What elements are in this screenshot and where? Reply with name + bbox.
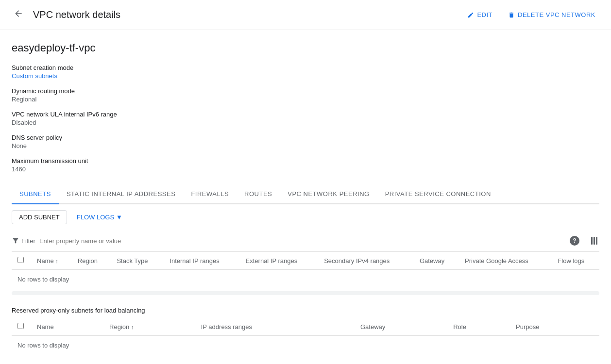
reserved-col-name: Name <box>31 318 103 336</box>
col-internal-ip-ranges: Internal IP ranges <box>164 252 239 270</box>
col-region: Region <box>72 252 111 270</box>
col-secondary-ipv4-ranges: Secondary IPv4 ranges <box>318 252 414 270</box>
reserved-col-gateway: Gateway <box>355 318 447 336</box>
select-all-checkbox[interactable] <box>17 257 24 263</box>
edit-button[interactable]: EDIT <box>463 8 496 21</box>
col-flow-logs: Flow logs <box>552 252 599 270</box>
sort-asc-icon: ↑ <box>55 258 58 264</box>
delete-vpc-button[interactable]: DELETE VPC NETWORK <box>504 8 599 21</box>
dynamic-routing-mode-label: Dynamic routing mode <box>12 87 599 95</box>
no-rows-row: No rows to display <box>12 270 599 289</box>
page-title: VPC network details <box>33 9 456 20</box>
subnets-table: Name ↑ Region Stack Type Internal IP ran… <box>12 252 599 289</box>
help-circle-icon: ? <box>570 236 579 246</box>
subnets-toolbar: ADD SUBNET FLOW LOGS ▼ <box>12 204 599 230</box>
subnet-creation-mode-label: Subnet creation mode <box>12 64 599 71</box>
mtu-label: Maximum transmission unit <box>12 157 599 165</box>
tab-bar: SUBNETS STATIC INTERNAL IP ADDRESSES FIR… <box>12 184 599 204</box>
mtu-section: Maximum transmission unit 1460 <box>12 157 599 173</box>
reserved-col-ip-ranges: IP address ranges <box>195 318 355 336</box>
ipv6-range-value: Disabled <box>12 119 599 126</box>
mtu-value: 1460 <box>12 165 599 173</box>
reserved-no-rows-text: No rows to display <box>12 336 599 355</box>
subnet-creation-mode-value[interactable]: Custom subnets <box>12 72 599 80</box>
select-all-header <box>12 252 31 270</box>
reserved-col-region[interactable]: Region ↑ <box>103 318 195 336</box>
tab-static-internal-ip[interactable]: STATIC INTERNAL IP ADDRESSES <box>59 184 183 204</box>
tab-firewalls[interactable]: FIREWALLS <box>183 184 237 204</box>
filter-row: Filter ? <box>12 230 599 252</box>
filter-label: Filter <box>21 237 35 245</box>
reserved-header-row: Name Region ↑ IP address ranges Gateway … <box>12 318 599 336</box>
columns-button[interactable] <box>589 235 599 247</box>
chevron-down-icon: ▼ <box>116 214 122 221</box>
col-stack-type: Stack Type <box>111 252 164 270</box>
header-actions: EDIT DELETE VPC NETWORK <box>463 8 599 21</box>
main-content: easydeploy-tf-vpc Subnet creation mode C… <box>0 30 611 355</box>
col-name[interactable]: Name ↑ <box>31 252 72 270</box>
reserved-col-role: Role <box>447 318 510 336</box>
tab-vpc-network-peering[interactable]: VPC NETWORK PEERING <box>280 184 377 204</box>
col-external-ip-ranges: External IP ranges <box>240 252 319 270</box>
dynamic-routing-mode-section: Dynamic routing mode Regional <box>12 87 599 103</box>
tab-subnets[interactable]: SUBNETS <box>12 184 59 204</box>
add-subnet-button[interactable]: ADD SUBNET <box>12 210 67 224</box>
ipv6-range-section: VPC network ULA internal IPv6 range Disa… <box>12 111 599 126</box>
filter-icon <box>12 237 19 245</box>
filter-row-right: ? <box>568 234 599 248</box>
reserved-select-all-checkbox[interactable] <box>17 323 24 329</box>
ipv6-range-label: VPC network ULA internal IPv6 range <box>12 111 599 118</box>
back-button[interactable] <box>12 7 25 23</box>
flow-logs-button[interactable]: FLOW LOGS ▼ <box>73 211 126 224</box>
network-name: easydeploy-tf-vpc <box>12 42 599 54</box>
reserved-sort-asc-icon: ↑ <box>131 324 134 330</box>
reserved-table-container: Name Region ↑ IP address ranges Gateway … <box>12 318 599 355</box>
help-button[interactable]: ? <box>568 234 581 248</box>
filter-icon-area: Filter <box>12 237 35 245</box>
columns-icon <box>591 237 597 245</box>
tab-routes[interactable]: ROUTES <box>237 184 280 204</box>
table-header-row: Name ↑ Region Stack Type Internal IP ran… <box>12 252 599 270</box>
dynamic-routing-mode-value: Regional <box>12 96 599 103</box>
dns-policy-label: DNS server policy <box>12 134 599 141</box>
reserved-table: Name Region ↑ IP address ranges Gateway … <box>12 318 599 355</box>
subnets-table-container: Name ↑ Region Stack Type Internal IP ran… <box>12 252 599 289</box>
dns-policy-value: None <box>12 142 599 149</box>
reserved-col-purpose: Purpose <box>510 318 599 336</box>
dns-policy-section: DNS server policy None <box>12 134 599 149</box>
subnet-creation-mode-section: Subnet creation mode Custom subnets <box>12 64 599 80</box>
reserved-no-rows-row: No rows to display <box>12 336 599 355</box>
filter-input[interactable] <box>39 237 564 245</box>
page-header: VPC network details EDIT DELETE VPC NETW… <box>0 0 611 30</box>
reserved-section-heading: Reserved proxy-only subnets for load bal… <box>12 303 599 318</box>
horizontal-scrollbar[interactable] <box>12 291 599 295</box>
tab-private-service-connection[interactable]: PRIVATE SERVICE CONNECTION <box>377 184 499 204</box>
no-rows-text: No rows to display <box>12 270 599 289</box>
col-gateway: Gateway <box>414 252 459 270</box>
col-private-google-access: Private Google Access <box>459 252 552 270</box>
reserved-select-all-header <box>12 318 31 336</box>
